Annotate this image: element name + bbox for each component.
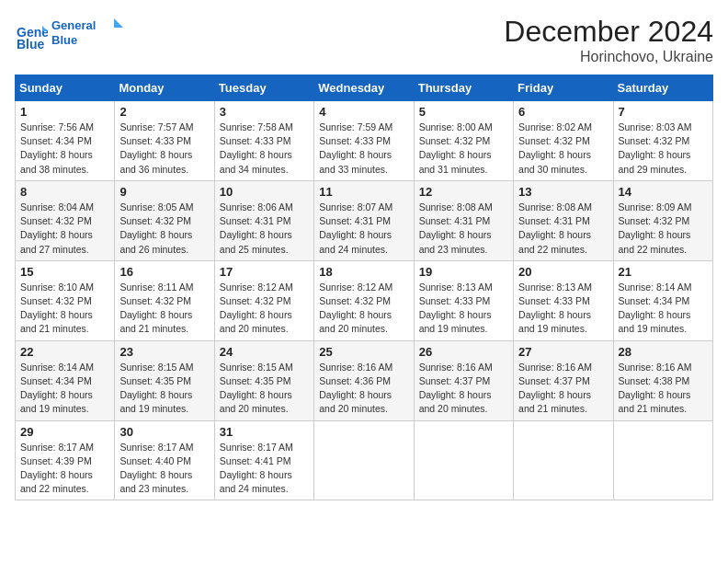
day-info: Sunrise: 8:09 AMSunset: 4:32 PMDaylight:… bbox=[619, 201, 708, 257]
day-info: Sunrise: 8:10 AMSunset: 4:32 PMDaylight:… bbox=[20, 281, 109, 337]
week-row-2: 8 Sunrise: 8:04 AMSunset: 4:32 PMDayligh… bbox=[16, 180, 713, 260]
calendar-cell: 25 Sunrise: 8:16 AMSunset: 4:36 PMDaylig… bbox=[314, 340, 414, 420]
calendar-cell: 5 Sunrise: 8:00 AMSunset: 4:32 PMDayligh… bbox=[414, 101, 513, 181]
calendar-cell: 2 Sunrise: 7:57 AMSunset: 4:33 PMDayligh… bbox=[115, 101, 214, 181]
location: Horinchovo, Ukraine bbox=[504, 49, 713, 65]
calendar-cell: 20 Sunrise: 8:13 AMSunset: 4:33 PMDaylig… bbox=[514, 260, 613, 340]
calendar-cell bbox=[613, 420, 712, 500]
calendar-cell bbox=[314, 420, 414, 500]
day-info: Sunrise: 8:14 AMSunset: 4:34 PMDaylight:… bbox=[20, 361, 109, 417]
day-info: Sunrise: 8:04 AMSunset: 4:32 PMDaylight:… bbox=[20, 201, 109, 257]
week-row-3: 15 Sunrise: 8:10 AMSunset: 4:32 PMDaylig… bbox=[16, 260, 713, 340]
week-row-1: 1 Sunrise: 7:56 AMSunset: 4:34 PMDayligh… bbox=[16, 101, 713, 181]
weekday-header-row: SundayMondayTuesdayWednesdayThursdayFrid… bbox=[16, 75, 713, 101]
day-number: 18 bbox=[319, 265, 408, 279]
day-number: 31 bbox=[220, 425, 309, 439]
svg-text:Blue: Blue bbox=[17, 37, 45, 52]
calendar-cell: 7 Sunrise: 8:03 AMSunset: 4:32 PMDayligh… bbox=[613, 101, 712, 181]
svg-marker-4 bbox=[114, 18, 123, 28]
month-title: December 2024 bbox=[504, 15, 713, 49]
calendar-cell: 12 Sunrise: 8:08 AMSunset: 4:31 PMDaylig… bbox=[414, 180, 513, 260]
day-info: Sunrise: 8:16 AMSunset: 4:38 PMDaylight:… bbox=[619, 361, 708, 417]
day-info: Sunrise: 8:08 AMSunset: 4:31 PMDaylight:… bbox=[419, 201, 508, 257]
calendar-cell: 18 Sunrise: 8:12 AMSunset: 4:32 PMDaylig… bbox=[314, 260, 414, 340]
calendar-cell: 17 Sunrise: 8:12 AMSunset: 4:32 PMDaylig… bbox=[214, 260, 313, 340]
day-number: 28 bbox=[619, 345, 708, 359]
weekday-tuesday: Tuesday bbox=[214, 75, 313, 101]
day-info: Sunrise: 8:17 AMSunset: 4:40 PMDaylight:… bbox=[119, 441, 209, 497]
day-number: 29 bbox=[20, 425, 109, 439]
calendar-cell: 1 Sunrise: 7:56 AMSunset: 4:34 PMDayligh… bbox=[16, 101, 115, 181]
calendar-cell: 16 Sunrise: 8:11 AMSunset: 4:32 PMDaylig… bbox=[115, 260, 214, 340]
calendar-body: 1 Sunrise: 7:56 AMSunset: 4:34 PMDayligh… bbox=[16, 101, 713, 500]
day-info: Sunrise: 8:16 AMSunset: 4:37 PMDaylight:… bbox=[518, 361, 608, 417]
weekday-saturday: Saturday bbox=[613, 75, 712, 101]
day-number: 15 bbox=[20, 265, 109, 279]
day-info: Sunrise: 8:11 AMSunset: 4:32 PMDaylight:… bbox=[119, 281, 209, 337]
week-row-5: 29 Sunrise: 8:17 AMSunset: 4:39 PMDaylig… bbox=[16, 420, 713, 500]
week-row-4: 22 Sunrise: 8:14 AMSunset: 4:34 PMDaylig… bbox=[16, 340, 713, 420]
day-number: 23 bbox=[119, 345, 209, 359]
calendar-cell: 10 Sunrise: 8:06 AMSunset: 4:31 PMDaylig… bbox=[214, 180, 313, 260]
calendar-cell: 9 Sunrise: 8:05 AMSunset: 4:32 PMDayligh… bbox=[115, 180, 214, 260]
day-info: Sunrise: 7:57 AMSunset: 4:33 PMDaylight:… bbox=[119, 121, 209, 177]
day-info: Sunrise: 8:05 AMSunset: 4:32 PMDaylight:… bbox=[119, 201, 209, 257]
day-number: 8 bbox=[20, 185, 109, 199]
day-number: 4 bbox=[319, 105, 408, 119]
calendar-cell: 3 Sunrise: 7:58 AMSunset: 4:33 PMDayligh… bbox=[214, 101, 313, 181]
day-info: Sunrise: 8:06 AMSunset: 4:31 PMDaylight:… bbox=[220, 201, 309, 257]
logo-icon: General Blue bbox=[15, 18, 48, 52]
title-block: December 2024 Horinchovo, Ukraine bbox=[504, 15, 713, 65]
day-info: Sunrise: 8:13 AMSunset: 4:33 PMDaylight:… bbox=[419, 281, 508, 337]
weekday-thursday: Thursday bbox=[414, 75, 513, 101]
day-number: 10 bbox=[220, 185, 309, 199]
day-number: 12 bbox=[419, 185, 508, 199]
page-header: General Blue General Blue December 2024 … bbox=[15, 15, 713, 65]
day-number: 6 bbox=[518, 105, 608, 119]
day-info: Sunrise: 8:16 AMSunset: 4:37 PMDaylight:… bbox=[419, 361, 508, 417]
day-info: Sunrise: 8:07 AMSunset: 4:31 PMDaylight:… bbox=[319, 201, 408, 257]
day-number: 2 bbox=[119, 105, 209, 119]
day-info: Sunrise: 8:17 AMSunset: 4:41 PMDaylight:… bbox=[220, 441, 309, 497]
logo-text: General Blue bbox=[51, 15, 125, 55]
day-info: Sunrise: 8:14 AMSunset: 4:34 PMDaylight:… bbox=[619, 281, 708, 337]
calendar-cell: 15 Sunrise: 8:10 AMSunset: 4:32 PMDaylig… bbox=[16, 260, 115, 340]
day-number: 26 bbox=[419, 345, 508, 359]
weekday-monday: Monday bbox=[115, 75, 214, 101]
calendar-cell: 28 Sunrise: 8:16 AMSunset: 4:38 PMDaylig… bbox=[613, 340, 712, 420]
day-info: Sunrise: 8:08 AMSunset: 4:31 PMDaylight:… bbox=[518, 201, 608, 257]
weekday-sunday: Sunday bbox=[16, 75, 115, 101]
day-info: Sunrise: 8:17 AMSunset: 4:39 PMDaylight:… bbox=[20, 441, 109, 497]
calendar-cell: 21 Sunrise: 8:14 AMSunset: 4:34 PMDaylig… bbox=[613, 260, 712, 340]
day-info: Sunrise: 8:02 AMSunset: 4:32 PMDaylight:… bbox=[518, 121, 608, 177]
day-number: 19 bbox=[419, 265, 508, 279]
calendar-cell: 24 Sunrise: 8:15 AMSunset: 4:35 PMDaylig… bbox=[214, 340, 313, 420]
calendar-cell: 31 Sunrise: 8:17 AMSunset: 4:41 PMDaylig… bbox=[214, 420, 313, 500]
calendar-cell: 6 Sunrise: 8:02 AMSunset: 4:32 PMDayligh… bbox=[514, 101, 613, 181]
calendar-cell: 4 Sunrise: 7:59 AMSunset: 4:33 PMDayligh… bbox=[314, 101, 414, 181]
calendar-cell: 27 Sunrise: 8:16 AMSunset: 4:37 PMDaylig… bbox=[514, 340, 613, 420]
calendar-table: SundayMondayTuesdayWednesdayThursdayFrid… bbox=[15, 75, 713, 500]
calendar-cell: 22 Sunrise: 8:14 AMSunset: 4:34 PMDaylig… bbox=[16, 340, 115, 420]
day-number: 14 bbox=[619, 185, 708, 199]
day-number: 16 bbox=[119, 265, 209, 279]
logo: General Blue General Blue bbox=[15, 15, 125, 55]
day-number: 24 bbox=[220, 345, 309, 359]
day-number: 9 bbox=[119, 185, 209, 199]
calendar-cell: 23 Sunrise: 8:15 AMSunset: 4:35 PMDaylig… bbox=[115, 340, 214, 420]
weekday-friday: Friday bbox=[514, 75, 613, 101]
day-number: 3 bbox=[220, 105, 309, 119]
day-number: 20 bbox=[518, 265, 608, 279]
day-info: Sunrise: 8:12 AMSunset: 4:32 PMDaylight:… bbox=[319, 281, 408, 337]
calendar-cell bbox=[514, 420, 613, 500]
calendar-cell: 19 Sunrise: 8:13 AMSunset: 4:33 PMDaylig… bbox=[414, 260, 513, 340]
day-number: 25 bbox=[319, 345, 408, 359]
day-number: 30 bbox=[119, 425, 209, 439]
day-info: Sunrise: 8:00 AMSunset: 4:32 PMDaylight:… bbox=[419, 121, 508, 177]
day-number: 17 bbox=[220, 265, 309, 279]
day-info: Sunrise: 7:56 AMSunset: 4:34 PMDaylight:… bbox=[20, 121, 109, 177]
day-number: 1 bbox=[20, 105, 109, 119]
day-info: Sunrise: 8:16 AMSunset: 4:36 PMDaylight:… bbox=[319, 361, 408, 417]
weekday-wednesday: Wednesday bbox=[314, 75, 414, 101]
calendar-cell: 30 Sunrise: 8:17 AMSunset: 4:40 PMDaylig… bbox=[115, 420, 214, 500]
